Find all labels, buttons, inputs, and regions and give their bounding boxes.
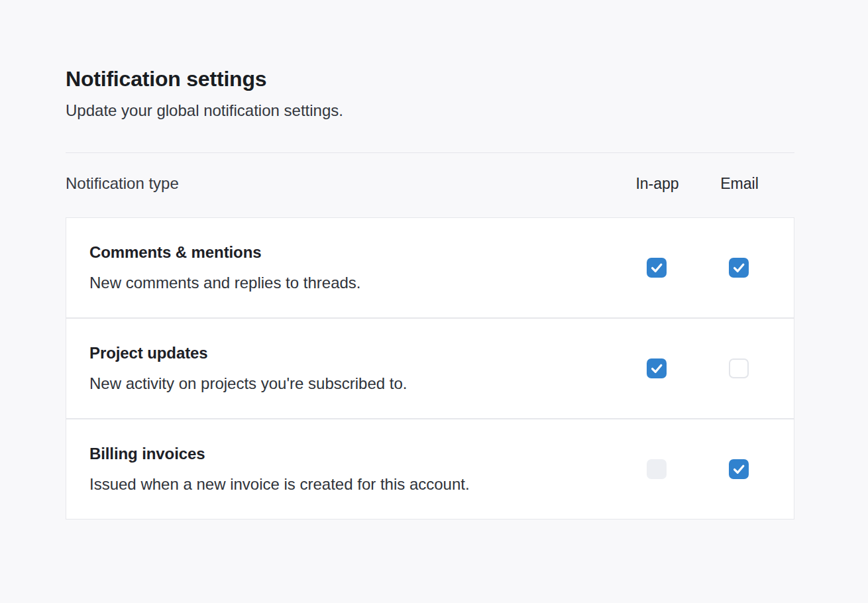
column-header-in-app: In-app — [616, 172, 698, 195]
check-icon — [732, 260, 746, 275]
table-header: Notification type In-app Email — [66, 172, 794, 195]
in-app-cell — [616, 459, 698, 479]
page-subtitle: Update your global notification settings… — [66, 99, 794, 122]
table-row: Billing invoices Issued when a new invoi… — [66, 419, 794, 520]
column-header-email: Email — [698, 172, 781, 195]
email-cell — [698, 459, 780, 479]
check-icon — [649, 260, 664, 275]
row-description: New comments and replies to threads. — [89, 272, 616, 294]
email-checkbox[interactable] — [729, 258, 749, 278]
column-header-type: Notification type — [66, 172, 616, 195]
row-text: Project updates New activity on projects… — [89, 342, 616, 395]
row-text: Billing invoices Issued when a new invoi… — [89, 443, 616, 496]
settings-content: Notification settings Update your global… — [0, 0, 868, 520]
in-app-checkbox[interactable] — [647, 258, 667, 278]
row-title: Project updates — [89, 342, 616, 364]
row-text: Comments & mentions New comments and rep… — [89, 241, 616, 294]
in-app-checkbox[interactable] — [647, 358, 667, 378]
row-title: Comments & mentions — [89, 241, 616, 264]
notification-settings-page: Notification settings Update your global… — [0, 0, 868, 603]
in-app-cell — [616, 358, 698, 378]
row-description: Issued when a new invoice is created for… — [89, 473, 616, 496]
table-row: Project updates New activity on projects… — [66, 318, 794, 419]
in-app-cell — [616, 258, 698, 278]
page-title: Notification settings — [66, 66, 794, 91]
email-checkbox[interactable] — [729, 459, 749, 479]
notification-table-body: Comments & mentions New comments and rep… — [66, 217, 794, 520]
section-divider — [66, 152, 794, 153]
in-app-checkbox — [647, 459, 667, 479]
row-title: Billing invoices — [89, 443, 616, 465]
email-cell — [698, 358, 780, 378]
check-icon — [649, 361, 664, 376]
row-description: New activity on projects you're subscrib… — [89, 372, 616, 395]
email-cell — [698, 258, 780, 278]
check-icon — [732, 462, 746, 476]
email-checkbox[interactable] — [729, 358, 749, 378]
table-row: Comments & mentions New comments and rep… — [66, 217, 794, 318]
